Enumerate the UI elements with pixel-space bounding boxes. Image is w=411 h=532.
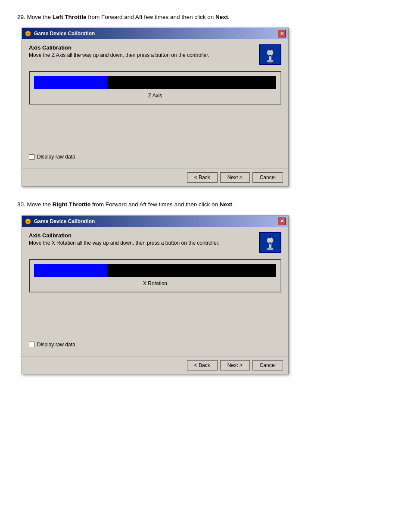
titlebar-app-icon-2 <box>25 218 31 225</box>
display-raw-label-2: Display raw data <box>37 342 75 348</box>
display-raw-label-1: Display raw data <box>37 154 75 160</box>
dialog-footer-2: < Back Next > Cancel <box>22 356 288 374</box>
titlebar-app-icon-1 <box>25 30 31 37</box>
instruction-step30: 30. Move the Right Throttle from Forward… <box>17 200 394 209</box>
back-button-2[interactable]: < Back <box>187 360 218 370</box>
cancel-button-2[interactable]: Cancel <box>252 360 283 370</box>
step29-text-before: Move the <box>27 14 53 20</box>
display-raw-row-2: Display raw data <box>29 342 281 348</box>
axis-bar-fill-2 <box>34 264 107 277</box>
spacer-1 <box>29 109 281 152</box>
axis-header-text-1: Axis Calibration Move the Z Axis all the… <box>29 44 255 58</box>
axis-calibration-title-1: Axis Calibration <box>29 44 255 51</box>
dialog-titlebar-1: Game Device Calibration ✕ <box>22 28 288 39</box>
next-button-2[interactable]: Next > <box>220 360 250 370</box>
axis-header-1: Axis Calibration Move the Z Axis all the… <box>29 44 281 65</box>
axis-bar-fill-1 <box>34 76 107 89</box>
axis-header-text-2: Axis Calibration Move the X Rotation all… <box>29 232 255 246</box>
titlebar-left-1: Game Device Calibration <box>25 30 95 37</box>
axis-calibration-subtitle-1: Move the Z Axis all the way up and down,… <box>29 52 255 58</box>
spacer-2 <box>29 297 281 340</box>
step29-text-end: . <box>228 14 230 20</box>
axis-display-area-2: X Rotation <box>29 259 281 292</box>
axis-calibration-title-2: Axis Calibration <box>29 232 255 239</box>
game-device-calibration-dialog-2: Game Device Calibration ✕ Axis Calibrati… <box>22 215 289 374</box>
display-raw-checkbox-1[interactable] <box>29 154 34 160</box>
step30-bold1: Right Throttle <box>53 201 90 208</box>
game-device-calibration-dialog-1: Game Device Calibration ✕ Axis Calibrati… <box>22 28 289 187</box>
axis-icon-2 <box>259 232 281 253</box>
axis-bar-container-1 <box>34 76 276 89</box>
dialog-body-2: Axis Calibration Move the X Rotation all… <box>22 227 288 356</box>
axis-icon-1 <box>259 44 281 65</box>
dialog-title-2: Game Device Calibration <box>34 218 95 224</box>
axis-bar-container-2 <box>34 264 276 277</box>
axis-label-1: Z Axis <box>34 92 276 100</box>
dialog-footer-1: < Back Next > Cancel <box>22 168 288 186</box>
step29-bold2: Next <box>215 14 228 20</box>
svg-point-13 <box>267 248 274 250</box>
step29-text-after: from Forward and Aft few times and then … <box>87 14 215 20</box>
dialog-titlebar-2: Game Device Calibration ✕ <box>22 216 288 227</box>
step30-text-before: Move the <box>27 201 53 208</box>
step30-text-end: . <box>232 201 234 208</box>
close-button-2[interactable]: ✕ <box>278 218 286 225</box>
step29-bold1: Left Throttle <box>53 14 87 20</box>
dialog-wrapper-1: Game Device Calibration ✕ Axis Calibrati… <box>22 28 394 187</box>
axis-display-area-1: Z Axis <box>29 71 281 105</box>
axis-label-2: X Rotation <box>34 280 276 288</box>
display-raw-checkbox-2[interactable] <box>29 342 34 347</box>
step30-text-after: from Forward and Aft few times and then … <box>90 201 219 208</box>
back-button-1[interactable]: < Back <box>187 172 218 183</box>
dialog-title-1: Game Device Calibration <box>34 31 95 37</box>
step29-number: 29. <box>17 14 25 20</box>
axis-calibration-subtitle-2: Move the X Rotation all the way up and d… <box>29 240 255 246</box>
step30-bold2: Next <box>220 201 232 208</box>
dialog-body-1: Axis Calibration Move the Z Axis all the… <box>22 39 288 168</box>
next-button-1[interactable]: Next > <box>220 172 250 183</box>
svg-point-4 <box>267 50 273 56</box>
step30-number: 30. <box>17 201 25 208</box>
dialog-wrapper-2: Game Device Calibration ✕ Axis Calibrati… <box>22 215 394 374</box>
titlebar-left-2: Game Device Calibration <box>25 218 95 225</box>
instruction-step29: 29. Move the Left Throttle from Forward … <box>17 13 394 22</box>
display-raw-row-1: Display raw data <box>29 154 281 160</box>
close-button-1[interactable]: ✕ <box>278 30 286 37</box>
svg-point-5 <box>267 60 274 62</box>
axis-header-2: Axis Calibration Move the X Rotation all… <box>29 232 281 253</box>
svg-point-12 <box>267 237 273 243</box>
cancel-button-1[interactable]: Cancel <box>252 172 283 183</box>
